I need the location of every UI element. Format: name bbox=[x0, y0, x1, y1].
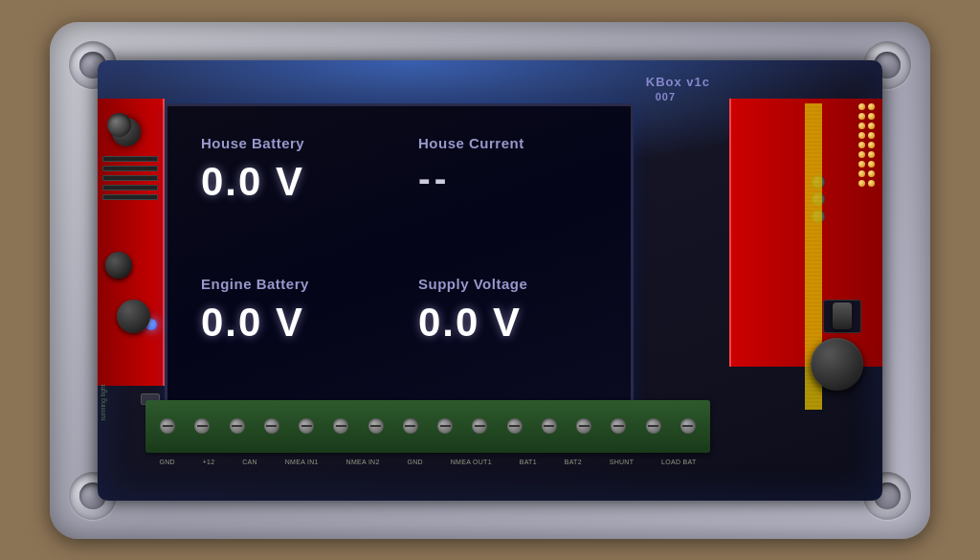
engine-battery-value: 0.0 V bbox=[201, 300, 304, 346]
lcd-screen: House Battery 0.0 V House Current -- Eng… bbox=[165, 103, 634, 419]
terminal-label-bat2: BAT2 bbox=[565, 459, 582, 465]
terminal-label-load-bat: LOAD BAT bbox=[661, 459, 697, 465]
supply-voltage-quadrant: Supply Voltage 0.0 V bbox=[404, 266, 612, 397]
terminal-11 bbox=[507, 418, 523, 434]
terminal-label-gnd2: GND bbox=[407, 459, 422, 465]
supply-voltage-value: 0.0 V bbox=[418, 300, 522, 346]
running-light-label: running light bbox=[100, 384, 106, 420]
engine-battery-quadrant: Engine Battery 0.0 V bbox=[187, 266, 394, 397]
terminal-label-gnd: GND bbox=[159, 459, 174, 465]
terminal-9 bbox=[437, 418, 453, 434]
terminal-4 bbox=[264, 418, 279, 434]
terminal-7 bbox=[368, 418, 384, 434]
house-current-quadrant: House Current -- bbox=[404, 125, 612, 257]
terminal-2 bbox=[194, 418, 210, 434]
component-screw-1 bbox=[107, 113, 131, 137]
terminal-16 bbox=[680, 418, 696, 434]
pin-header-left bbox=[102, 156, 158, 200]
house-battery-quadrant: House Battery 0.0 V bbox=[187, 125, 394, 257]
enclosure: KBox v1c 007 bbox=[50, 22, 930, 539]
house-current-value: -- bbox=[418, 159, 450, 200]
pin-header-right bbox=[858, 103, 875, 187]
main-board: KBox v1c 007 bbox=[98, 60, 882, 501]
terminal-label-bat1: BAT1 bbox=[520, 459, 537, 465]
terminal-label-nmea-in2: NMEA IN2 bbox=[346, 459, 380, 465]
terminal-13 bbox=[576, 418, 591, 434]
terminal-label-12v: +12 bbox=[203, 459, 215, 465]
terminal-label-nmea-in1: NMEA IN1 bbox=[285, 459, 319, 465]
terminal-10 bbox=[472, 418, 487, 434]
terminal-block bbox=[145, 400, 710, 453]
terminal-14 bbox=[611, 418, 626, 434]
toggle-switch[interactable] bbox=[823, 300, 861, 333]
terminal-15 bbox=[646, 418, 661, 434]
terminal-8 bbox=[403, 418, 418, 434]
house-battery-value: 0.0 V bbox=[201, 159, 304, 205]
adjustment-knob[interactable] bbox=[811, 338, 863, 391]
house-current-label: House Current bbox=[418, 135, 524, 151]
terminal-labels-row: GND +12 CAN NMEA IN1 NMEA IN2 GND NMEA O… bbox=[145, 453, 710, 472]
capacitor bbox=[117, 300, 150, 333]
terminal-label-can: CAN bbox=[242, 459, 257, 465]
terminal-1 bbox=[160, 418, 175, 434]
toggle-knob bbox=[833, 302, 852, 329]
house-battery-label: House Battery bbox=[201, 135, 304, 151]
supply-voltage-label: Supply Voltage bbox=[418, 276, 527, 292]
engine-battery-label: Engine Battery bbox=[201, 276, 309, 292]
kbox-label: KBox v1c 007 bbox=[646, 75, 710, 103]
capacitor-large bbox=[105, 252, 132, 279]
terminal-12 bbox=[542, 418, 557, 434]
left-pcb bbox=[98, 99, 165, 386]
terminal-6 bbox=[333, 418, 348, 434]
terminal-label-shunt: SHUNT bbox=[610, 459, 635, 465]
terminal-3 bbox=[230, 418, 245, 434]
terminal-label-nmea-out1: NMEA OUT1 bbox=[451, 459, 492, 465]
terminal-5 bbox=[299, 418, 314, 434]
